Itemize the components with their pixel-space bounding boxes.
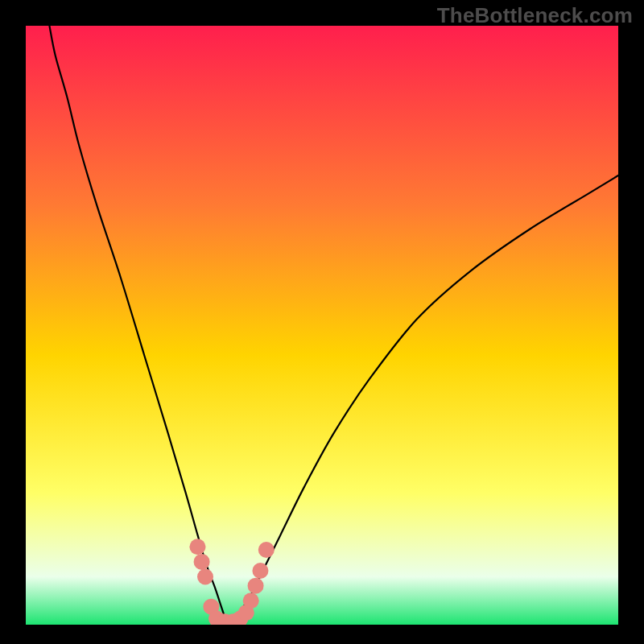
marker-point (194, 554, 210, 570)
marker-point (258, 542, 275, 558)
marker-point (197, 568, 213, 584)
gradient-background (26, 26, 618, 625)
marker-point (243, 592, 259, 609)
plot-svg (26, 26, 618, 625)
marker-point (189, 539, 205, 555)
marker-point (248, 578, 264, 594)
chart-frame: TheBottleneck.com (0, 0, 644, 644)
marker-point (252, 563, 268, 579)
watermark-text: TheBottleneck.com (437, 3, 633, 28)
plot-area (26, 26, 618, 625)
